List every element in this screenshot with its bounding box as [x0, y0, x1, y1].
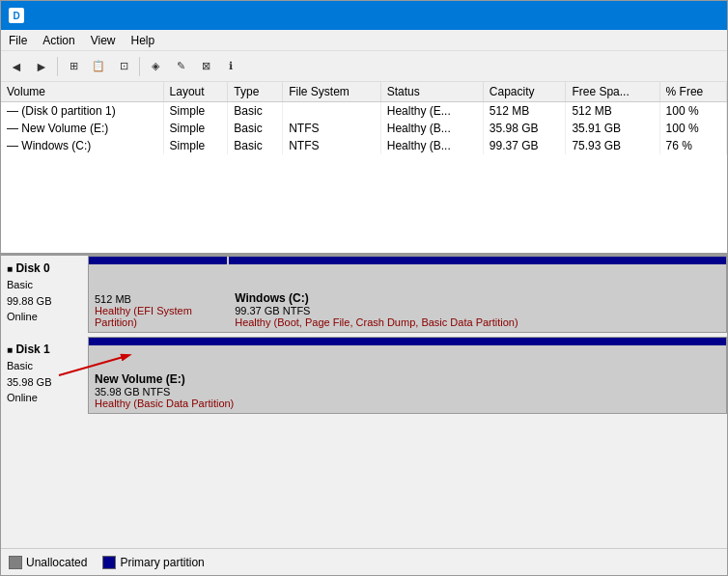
main-window: D File Action View Help ◄ ► ⊞ 📋 ⊡ ◈ ✎ ⊠ …: [0, 0, 728, 576]
disk-name-1: ■ Disk 1: [7, 341, 82, 358]
menu-view[interactable]: View: [83, 32, 124, 49]
table-cell: 100 %: [659, 102, 726, 121]
table-cell: Healthy (B...: [380, 137, 483, 154]
col-layout: Layout: [163, 82, 228, 102]
toolbar-btn-2[interactable]: 📋: [87, 55, 110, 78]
menu-bar: File Action View Help: [1, 30, 727, 51]
partition-0-0[interactable]: 512 MBHealthy (EFI System Partition): [89, 257, 229, 332]
table-cell: Basic: [228, 137, 283, 154]
table-cell: NTFS: [283, 120, 381, 137]
disk-size-1: 35.98 GB: [7, 374, 82, 391]
toolbar-btn-7[interactable]: ℹ: [219, 55, 242, 78]
partition-size-0-1: 99.37 GB NTFS: [235, 305, 720, 316]
partition-size-0-0: 512 MB: [95, 293, 221, 305]
legend-primary: Primary partition: [102, 556, 204, 569]
disk-area-wrapper: ■ Disk 0 Basic 99.88 GB Online 512 MBHea…: [1, 256, 727, 575]
disk-type-0: Basic: [7, 277, 82, 293]
partition-bar-1-0: [89, 338, 726, 345]
table-cell: 100 %: [659, 120, 726, 137]
close-button[interactable]: [675, 1, 719, 30]
toolbar-separator-1: [57, 57, 58, 76]
table-cell: Healthy (E...: [380, 102, 483, 121]
disk-partitions-0: 512 MBHealthy (EFI System Partition)Wind…: [88, 256, 727, 333]
window-controls: [586, 1, 719, 30]
table-cell: 99.37 GB: [483, 137, 566, 154]
table-cell: Healthy (B...: [380, 120, 483, 137]
table-row[interactable]: — Windows (C:)SimpleBasicNTFSHealthy (B.…: [1, 137, 727, 154]
partition-content-1-0: New Volume (E:)35.98 GB NTFSHealthy (Bas…: [95, 372, 720, 409]
title-bar: D: [1, 1, 727, 30]
col-type: Type: [228, 82, 283, 102]
table-row[interactable]: — (Disk 0 partition 1)SimpleBasicHealthy…: [1, 102, 727, 121]
disk-partitions-1: New Volume (E:)35.98 GB NTFSHealthy (Bas…: [88, 337, 727, 414]
volume-table: Volume Layout Type File System Status Ca…: [1, 82, 727, 154]
col-freespace: Free Spa...: [566, 82, 659, 102]
table-cell: Simple: [163, 120, 228, 137]
table-cell: Basic: [228, 120, 283, 137]
partition-name-1-0: New Volume (E:): [95, 372, 720, 386]
partition-content-0-0: 512 MBHealthy (EFI System Partition): [95, 293, 221, 328]
toolbar-btn-5[interactable]: ✎: [169, 55, 192, 78]
table-cell: — New Volume (E:): [1, 120, 163, 137]
toolbar: ◄ ► ⊞ 📋 ⊡ ◈ ✎ ⊠ ℹ: [1, 51, 727, 82]
disk-row-1: ■ Disk 1 Basic 35.98 GB Online New Volum…: [1, 337, 727, 414]
legend-unallocated-box: [9, 556, 22, 569]
partition-desc-1-0: Healthy (Basic Data Partition): [95, 398, 720, 409]
volume-table-area: Volume Layout Type File System Status Ca…: [1, 82, 727, 256]
legend-primary-label: Primary partition: [120, 556, 204, 569]
legend-unallocated: Unallocated: [9, 556, 87, 569]
col-status: Status: [380, 82, 483, 102]
col-filesystem: File System: [283, 82, 381, 102]
table-header-row: Volume Layout Type File System Status Ca…: [1, 82, 727, 102]
toolbar-separator-2: [139, 57, 140, 76]
table-cell: Simple: [163, 102, 228, 121]
legend: Unallocated Primary partition: [1, 548, 727, 575]
table-cell: NTFS: [283, 137, 381, 154]
toolbar-btn-6[interactable]: ⊠: [194, 55, 217, 78]
back-button[interactable]: ◄: [5, 55, 28, 78]
menu-help[interactable]: Help: [124, 32, 163, 49]
partition-desc-0-0: Healthy (EFI System Partition): [95, 305, 221, 328]
partition-name-0-1: Windows (C:): [235, 291, 720, 305]
table-cell: 512 MB: [566, 102, 659, 121]
table-cell: — (Disk 0 partition 1): [1, 102, 163, 121]
disk-status-0: Online: [7, 309, 82, 325]
table-cell: 75.93 GB: [566, 137, 659, 154]
disk-area: ■ Disk 0 Basic 99.88 GB Online 512 MBHea…: [1, 256, 727, 548]
legend-primary-box: [102, 556, 116, 569]
maximize-button[interactable]: [630, 1, 675, 30]
partition-bar-0-1: [229, 257, 726, 264]
disk-size-0: 99.88 GB: [7, 293, 82, 310]
partition-size-1-0: 35.98 GB NTFS: [95, 386, 720, 398]
disk-row-0: ■ Disk 0 Basic 99.88 GB Online 512 MBHea…: [1, 256, 727, 333]
menu-action[interactable]: Action: [35, 32, 82, 49]
table-row[interactable]: — New Volume (E:)SimpleBasicNTFSHealthy …: [1, 120, 727, 137]
table-cell: 512 MB: [483, 102, 566, 121]
table-cell: Simple: [163, 137, 228, 154]
menu-file[interactable]: File: [1, 32, 35, 49]
table-cell: 76 %: [659, 137, 726, 154]
disk-label-1: ■ Disk 1 Basic 35.98 GB Online: [1, 337, 88, 414]
col-pctfree: % Free: [659, 82, 726, 102]
table-cell: [283, 102, 381, 121]
minimize-button[interactable]: [586, 1, 630, 30]
toolbar-btn-1[interactable]: ⊞: [62, 55, 85, 78]
table-cell: Basic: [228, 102, 283, 121]
partition-1-0[interactable]: New Volume (E:)35.98 GB NTFSHealthy (Bas…: [89, 338, 726, 413]
col-volume: Volume: [1, 82, 163, 102]
legend-unallocated-label: Unallocated: [26, 556, 87, 569]
table-cell: — Windows (C:): [1, 137, 163, 154]
partition-bar-0-0: [89, 257, 227, 264]
disk-name-0: ■ Disk 0: [7, 260, 82, 277]
table-cell: 35.91 GB: [566, 120, 659, 137]
partition-0-1[interactable]: Windows (C:)99.37 GB NTFSHealthy (Boot, …: [229, 257, 726, 332]
partition-desc-0-1: Healthy (Boot, Page File, Crash Dump, Ba…: [235, 316, 720, 328]
disk-label-0: ■ Disk 0 Basic 99.88 GB Online: [1, 256, 88, 333]
disk-type-1: Basic: [7, 358, 82, 374]
table-cell: 35.98 GB: [483, 120, 566, 137]
partition-content-0-1: Windows (C:)99.37 GB NTFSHealthy (Boot, …: [235, 291, 720, 328]
app-icon: D: [9, 8, 24, 23]
toolbar-btn-3[interactable]: ⊡: [112, 55, 135, 78]
toolbar-btn-4[interactable]: ◈: [144, 55, 167, 78]
forward-button[interactable]: ►: [30, 55, 53, 78]
